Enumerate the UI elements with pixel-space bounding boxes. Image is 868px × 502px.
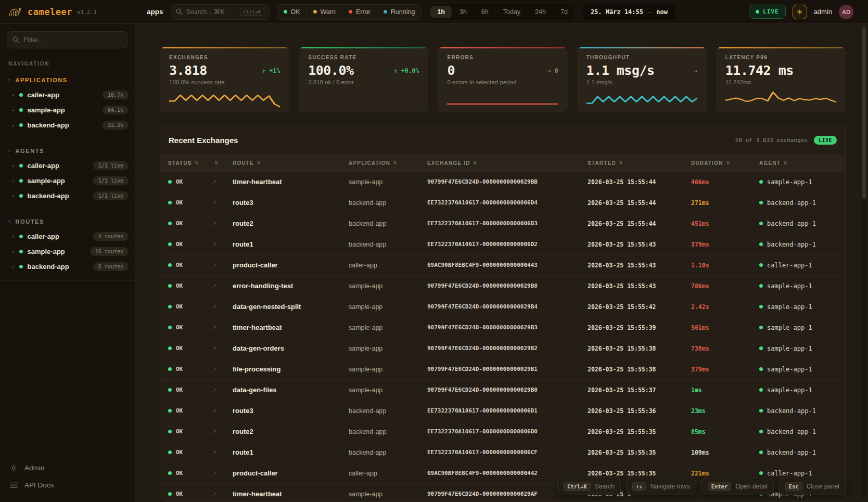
exchange-row-14[interactable]: OK ↗ route1 backend-app EE7322370A10617-… <box>160 442 845 463</box>
nav-item-applications-backend-app[interactable]: ▸ backend-app 32.2k <box>0 118 135 133</box>
exchange-row-5[interactable]: OK ↗ product-caller caller-app 69AC90BF8… <box>160 255 845 276</box>
nav-item-applications-sample-app[interactable]: ▸ sample-app 84.1k <box>0 102 135 118</box>
application-cell: backend-app <box>349 241 427 248</box>
sidebar-item-admin[interactable]: Admin <box>0 459 135 477</box>
nav-section-header[interactable]: ▾ AGENTS <box>0 144 135 158</box>
chevron-right-icon: ▸ <box>12 164 15 168</box>
route-cell: timer-heartbeat <box>233 490 349 498</box>
agent-dot-icon <box>759 180 763 184</box>
nav-item-applications-caller-app[interactable]: ▸ caller-app 10.7k <box>0 87 135 102</box>
column-header-duration[interactable]: DURATION ⇅ <box>691 160 759 166</box>
sidebar-filter[interactable] <box>7 31 128 48</box>
exchange-row-9[interactable]: OK ↗ data-gen-orders sample-app 90799F47… <box>160 338 845 359</box>
column-header-started[interactable]: STARTED ⇅ <box>588 160 691 166</box>
open-detail-icon[interactable]: ↗ <box>212 387 233 394</box>
time-range-today[interactable]: Today <box>496 6 527 18</box>
exchange-row-1[interactable]: OK ↗ timer-heartbeat sample-app 90799F47… <box>160 172 845 192</box>
date-range-end: now <box>656 8 668 16</box>
scrollbar-thumb[interactable] <box>862 27 866 199</box>
open-detail-icon[interactable]: ↗ <box>212 428 233 435</box>
time-range-6h[interactable]: 6h <box>475 6 495 18</box>
exchange-row-2[interactable]: OK ↗ route3 backend-app EE7322370A10617-… <box>160 192 845 213</box>
open-detail-icon[interactable]: ↗ <box>212 303 233 311</box>
exchange-row-11[interactable]: OK ↗ data-gen-files sample-app 90799F47E… <box>160 380 845 401</box>
theme-toggle-button[interactable]: ☀ <box>793 5 807 19</box>
status-filter-error[interactable]: Error <box>342 5 377 19</box>
filter-input[interactable] <box>23 36 122 44</box>
exchange-row-6[interactable]: OK ↗ error-handling-test sample-app 9079… <box>160 276 845 297</box>
nav-item-routes-caller-app[interactable]: ▸ caller-app 4 routes <box>0 229 135 244</box>
column-header-agent[interactable]: AGENT ⇅ <box>759 160 837 166</box>
open-detail-icon[interactable]: ↗ <box>212 324 233 331</box>
avatar[interactable]: AD <box>839 5 853 19</box>
open-detail-icon[interactable]: ↗ <box>212 178 233 186</box>
exchange-row-12[interactable]: OK ↗ route3 backend-app EE7322370A10617-… <box>160 401 845 421</box>
agent-dot-icon <box>759 284 763 288</box>
live-toggle-button[interactable]: LIVE <box>749 5 786 19</box>
exchange-id-cell: 90799F47E6CD24D-00000000000029B8 <box>427 282 588 289</box>
open-detail-icon[interactable]: ↗ <box>212 241 233 248</box>
started-cell: 2026-03-25 15:55:35 <box>588 470 691 477</box>
nav-item-agents-backend-app[interactable]: ▸ backend-app 1/1 live <box>0 188 135 203</box>
time-range-3h[interactable]: 3h <box>453 6 474 18</box>
status-filter-running[interactable]: Running <box>377 5 422 19</box>
time-range-24h[interactable]: 24h <box>528 6 553 18</box>
started-cell: 2026-03-25 15:55:35 <box>588 449 691 456</box>
nav-item-routes-sample-app[interactable]: ▸ sample-app 16 routes <box>0 244 135 259</box>
hint-navigate-rows: ↑↓ Navigate rows <box>626 478 696 495</box>
route-cell: route1 <box>233 448 349 456</box>
agent-cell: backend-app-1 <box>759 449 837 456</box>
open-detail-icon[interactable]: ↗ <box>212 491 233 498</box>
exchange-row-3[interactable]: OK ↗ route2 backend-app EE7322370A10617-… <box>160 213 845 234</box>
search-input[interactable] <box>186 8 237 16</box>
nav-item-agents-caller-app[interactable]: ▸ caller-app 1/1 live <box>0 158 135 173</box>
route-cell: route1 <box>233 240 349 248</box>
exchange-row-13[interactable]: OK ↗ route2 backend-app EE7322370A10617-… <box>160 421 845 442</box>
exchange-row-7[interactable]: OK ↗ data-gen-nested-split sample-app 90… <box>160 297 845 317</box>
nav-item-agents-sample-app[interactable]: ▸ sample-app 1/1 live <box>0 173 135 188</box>
sparkline-chart <box>586 90 697 108</box>
date-range-picker[interactable]: 25. März 14:55 — now <box>583 4 675 20</box>
scrollbar-track[interactable] <box>862 27 866 499</box>
column-header-exchange-id[interactable]: EXCHANGE ID ⇅ <box>427 160 588 166</box>
agent-cell: sample-app-1 <box>759 345 837 352</box>
nav-section-routes: ▾ ROUTES ▸ caller-app 4 routes ▸ sample-… <box>0 210 135 281</box>
status-filter-ok[interactable]: OK <box>277 5 307 19</box>
open-detail-icon[interactable]: ↗ <box>212 345 233 352</box>
time-range-1h[interactable]: 1h <box>430 6 452 18</box>
status-cell: OK <box>168 282 212 289</box>
status-filter-warn[interactable]: Warn <box>307 5 342 19</box>
search-icon <box>176 8 183 15</box>
nav-section-header[interactable]: ▾ APPLICATIONS <box>0 73 135 87</box>
open-detail-icon[interactable]: ↗ <box>212 449 233 456</box>
open-detail-icon[interactable]: ↗ <box>212 366 233 373</box>
nav-section-header[interactable]: ▾ ROUTES <box>0 214 135 229</box>
exchange-row-8[interactable]: OK ↗ timer-heartbeat sample-app 90799F47… <box>160 317 845 338</box>
open-detail-icon[interactable]: ↗ <box>212 262 233 269</box>
open-detail-icon[interactable]: ↗ <box>212 220 233 227</box>
stat-card-latency-p99: LATENCY P99 11.742 ms 11.742ms <box>716 47 846 112</box>
card-subtitle: 3.818 ok / 0 error <box>308 79 419 85</box>
open-detail-icon[interactable]: ↗ <box>212 407 233 415</box>
application-cell: backend-app <box>349 428 427 435</box>
open-detail-icon[interactable]: ↗ <box>212 282 233 290</box>
context-label: apps <box>147 8 163 16</box>
exchange-row-10[interactable]: OK ↗ file-processing sample-app 90799F47… <box>160 359 845 380</box>
column-header-application[interactable]: APPLICATION ⇅ <box>349 160 427 166</box>
started-cell: 2026-03-25 15:55:44 <box>588 178 691 186</box>
global-search[interactable]: Ctrl+K <box>171 4 270 20</box>
column-header-route[interactable]: ROUTE ⇅ <box>233 160 349 166</box>
column-header-status[interactable]: STATUS ⇅ <box>168 160 212 166</box>
column-header-icon[interactable]: ⇅ <box>212 160 233 165</box>
status-cell: OK <box>168 428 212 435</box>
status-cell: OK <box>168 470 212 477</box>
exchange-row-4[interactable]: OK ↗ route1 backend-app EE7322370A10617-… <box>160 234 845 255</box>
sort-icon: ⇅ <box>214 160 219 165</box>
nav-item-routes-backend-app[interactable]: ▸ backend-app 6 routes <box>0 259 135 274</box>
sidebar-item-api-docs[interactable]: API Docs <box>0 477 135 494</box>
ok-dot-icon <box>168 222 172 225</box>
open-detail-icon[interactable]: ↗ <box>212 470 233 477</box>
open-detail-icon[interactable]: ↗ <box>212 199 233 207</box>
card-delta: → <box>690 67 697 74</box>
time-range-7d[interactable]: 7d <box>554 6 575 18</box>
